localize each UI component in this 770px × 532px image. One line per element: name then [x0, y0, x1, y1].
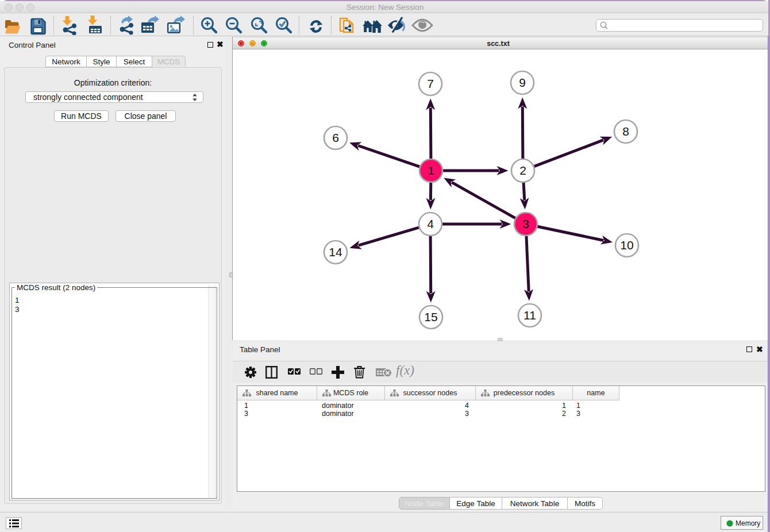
svg-text:7: 7	[427, 77, 434, 90]
svg-text:8: 8	[622, 125, 629, 138]
svg-text:10: 10	[620, 238, 633, 252]
svg-text:6: 6	[332, 131, 339, 144]
svg-text:15: 15	[424, 310, 437, 323]
svg-text:9: 9	[519, 76, 526, 89]
svg-text:2: 2	[519, 164, 526, 177]
svg-text:3: 3	[522, 217, 529, 230]
svg-text:14: 14	[329, 245, 342, 259]
svg-text:11: 11	[523, 309, 536, 322]
svg-text:1: 1	[428, 164, 434, 177]
svg-text:4: 4	[427, 217, 434, 230]
